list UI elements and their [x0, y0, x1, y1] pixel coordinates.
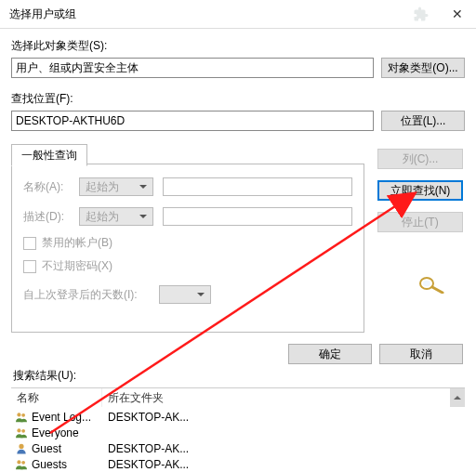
group-icon — [15, 412, 28, 423]
desc-input[interactable] — [163, 207, 352, 226]
svg-point-1 — [21, 413, 25, 416]
svg-point-6 — [21, 460, 25, 464]
tab-general-query[interactable]: 一般性查询 — [11, 144, 87, 166]
search-icon[interactable] — [416, 275, 446, 294]
item-name: Guest — [32, 442, 61, 455]
name-match-combo[interactable]: 起始为 — [79, 177, 153, 196]
ok-button[interactable]: 确定 — [288, 344, 372, 364]
item-name: Event Log... — [32, 411, 91, 424]
title-bar: 选择用户或组 ✕ — [0, 0, 476, 29]
item-name: Guests — [32, 458, 67, 471]
object-type-label: 选择此对象类型(S): — [11, 38, 465, 54]
days-since-login-label: 自上次登录后的天数(I): — [23, 287, 150, 303]
location-field[interactable]: DESKTOP-AKTHU6D — [11, 111, 374, 131]
list-item[interactable]: GuestsDESKTOP-AK... — [11, 456, 465, 472]
item-folder: DESKTOP-AK... — [102, 411, 465, 424]
chevron-down-icon — [197, 293, 205, 296]
svg-point-9 — [423, 281, 430, 286]
puzzle-icon — [413, 6, 430, 22]
columns-button: 列(C)... — [377, 149, 463, 169]
list-item[interactable]: GuestDESKTOP-AK... — [11, 440, 465, 456]
item-name: Everyone — [32, 426, 79, 439]
search-results-label: 搜索结果(U): — [11, 368, 465, 387]
window-title: 选择用户或组 — [0, 7, 76, 22]
desc-match-combo[interactable]: 起始为 — [79, 207, 153, 226]
name-match-value: 起始为 — [86, 179, 119, 195]
desc-match-value: 起始为 — [86, 209, 119, 225]
svg-point-5 — [17, 460, 20, 464]
no-expire-label: 不过期密码(X) — [42, 258, 112, 274]
svg-point-0 — [17, 413, 20, 416]
disabled-accounts-label: 禁用的帐户(B) — [42, 235, 112, 251]
query-panel: 名称(A): 起始为 描述(D): 起始为 禁用的帐户(B) 不过期密码(X) — [11, 164, 364, 333]
svg-line-8 — [432, 287, 443, 293]
list-item[interactable]: Event Log...DESKTOP-AK... — [11, 409, 465, 425]
column-folder[interactable]: 所在文件夹 — [102, 388, 465, 407]
location-button[interactable]: 位置(L)... — [381, 111, 465, 131]
desc-label: 描述(D): — [23, 209, 70, 225]
svg-point-4 — [19, 443, 23, 448]
stop-button: 停止(T) — [377, 212, 463, 232]
no-expire-checkbox[interactable]: 不过期密码(X) — [23, 258, 112, 274]
item-folder: DESKTOP-AK... — [102, 458, 465, 471]
svg-point-2 — [17, 428, 20, 432]
scroll-up-button[interactable] — [450, 388, 465, 407]
checkbox-box — [23, 237, 36, 250]
name-label: 名称(A): — [23, 179, 70, 195]
location-label: 查找位置(F): — [11, 91, 465, 107]
chevron-down-icon — [139, 215, 147, 218]
close-icon[interactable]: ✕ — [439, 0, 476, 28]
chevron-down-icon — [139, 185, 147, 189]
results-header: 名称 所在文件夹 — [11, 387, 465, 407]
object-type-button[interactable]: 对象类型(O)... — [381, 58, 465, 78]
name-input[interactable] — [163, 177, 352, 196]
find-now-button[interactable]: 立即查找(N) — [377, 180, 463, 201]
group-icon — [15, 427, 28, 439]
svg-point-3 — [21, 428, 25, 432]
item-folder: DESKTOP-AK... — [102, 442, 465, 455]
group-icon — [15, 459, 28, 470]
checkbox-box — [23, 260, 36, 273]
cancel-button[interactable]: 取消 — [379, 344, 463, 364]
days-combo[interactable] — [159, 285, 211, 304]
object-type-field[interactable]: 用户、组或内置安全主体 — [11, 58, 374, 78]
user-icon — [15, 443, 28, 454]
list-item[interactable]: Everyone — [11, 425, 465, 440]
column-name[interactable]: 名称 — [11, 388, 102, 407]
results-grid: Event Log...DESKTOP-AK...EveryoneGuestDE… — [11, 407, 465, 472]
disabled-accounts-checkbox[interactable]: 禁用的帐户(B) — [23, 235, 112, 251]
